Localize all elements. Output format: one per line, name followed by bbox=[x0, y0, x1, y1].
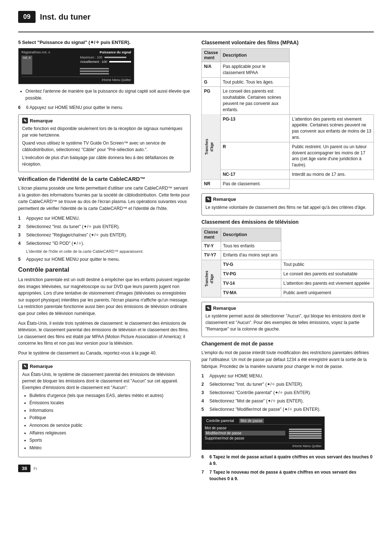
note1-item1: Cette fonction est disponible seulement … bbox=[22, 125, 187, 138]
note2-b3: Informations bbox=[29, 407, 187, 414]
tv-code-14: TV-14 bbox=[221, 279, 281, 288]
cc-step4: 4 Sélectionnez "ID POD" (✦/✧). bbox=[18, 240, 191, 247]
mpaa-code-nr: NR bbox=[202, 179, 221, 189]
parental-para3: Pour le système de classement au Canada,… bbox=[18, 350, 191, 357]
mpaa-code-g: G bbox=[202, 77, 221, 87]
note-icon-1: ✎ bbox=[22, 118, 28, 123]
mpaa-desc-nc17: Interdit au moins de 17 ans. bbox=[290, 170, 374, 179]
screen2-supprimer: Supprimer/mot de passe bbox=[205, 436, 244, 440]
parental-title: Contrôle parental bbox=[18, 266, 191, 274]
tv-desc-pg: Le conseil des parents est souhaitable bbox=[281, 269, 373, 279]
screen2-menu: Mot de passe Modifier/mot de passe Suppr… bbox=[205, 426, 285, 441]
step6-text: 6 Appuyez sur HOME MENU pour quitter le … bbox=[26, 104, 123, 111]
pw-step-text-3: Sélectionnez "Contrôle parental" (✦/✧ pu… bbox=[209, 389, 311, 396]
note-box-2: ✎ Remarque Aux États-Unis, le système de… bbox=[18, 360, 191, 458]
main-content: 5 Select "Puissance du signal" (✦/✧ puis… bbox=[18, 40, 374, 486]
mpaa-row-nr: NR Pas de classement. bbox=[202, 179, 374, 189]
pw-step2: 2 Sélectionnez "Inst. du tuner" (✦/✧ pui… bbox=[201, 381, 374, 388]
note4-item1: Le système permet aussi de sélectionner … bbox=[205, 313, 370, 332]
pw-step1: 1 Appuyez sur HOME MENU. bbox=[201, 373, 374, 379]
tv-code-pg: TV-PG bbox=[221, 269, 281, 279]
tv-row-g: Tranchesd'âge TV-G Tout public bbox=[202, 260, 374, 270]
screen2-tabs: Contrôle parental Mot de passe bbox=[205, 418, 322, 425]
screen2-row1: Mot de passe bbox=[205, 426, 285, 430]
tv-desc-y: Tous les enfants bbox=[221, 241, 281, 251]
note2-b8: Météo bbox=[29, 445, 187, 451]
cc-step-text-4: Sélectionnez "ID POD" (✦/✧). bbox=[26, 240, 84, 247]
note1-item3: L'exécution de plus d'un balayage par câ… bbox=[22, 154, 187, 167]
tv-code-ma: TV-MA bbox=[221, 288, 281, 297]
cc-step-num-3: 3 bbox=[18, 232, 23, 238]
pw-step6: 6 6 Tapez le mot de passe actuel à quatr… bbox=[201, 454, 374, 467]
screen2-mot-de-passe: Mot de passe bbox=[205, 426, 226, 430]
tv-header-row: Classement Description bbox=[202, 228, 374, 241]
note2-b4: Politique bbox=[29, 414, 187, 421]
password-steps: 1 Appuyez sur HOME MENU. 2 Sélectionnez … bbox=[201, 373, 374, 413]
note2-b7: Sports bbox=[29, 437, 187, 444]
mpaa-desc-pg: Le conseil des parents est souhaitable. … bbox=[220, 87, 290, 114]
cc-step5: 5 Appuyez sur HOME MENU pour quitter le … bbox=[18, 256, 191, 263]
note2-item1: Aux États-Unis, le système de classement… bbox=[22, 371, 187, 391]
mpaa-row-nc17: NC-17 Interdit au moins de 17 ans. bbox=[202, 170, 374, 179]
mpaa-code-r: R bbox=[220, 142, 290, 170]
note-header-3: ✎ Remarque bbox=[205, 197, 370, 202]
screen2-bars bbox=[289, 426, 322, 441]
mpaa-side-label: Tranchesd'âge bbox=[202, 114, 221, 179]
mpaa-row-pg13: Tranchesd'âge PG-13 L'attention des pare… bbox=[202, 114, 374, 142]
note-header-2: ✎ Remarque bbox=[22, 364, 187, 369]
note2-b2: Émissions locales bbox=[29, 400, 187, 406]
screen2-modifier: Modifier/mot de passe bbox=[206, 431, 241, 435]
cc-step-text-2: Sélectionnez "Inst. du tuner" (✦/✧ puis … bbox=[26, 223, 120, 230]
screen2-content: Mot de passe Modifier/mot de passe Suppr… bbox=[205, 426, 322, 441]
pw-step4: 4 Sélectionnez "Mot de passe" (✦/✧ puis … bbox=[201, 398, 374, 404]
cc-step-num-1: 1 bbox=[18, 215, 23, 222]
note1-item2: Quand vous utilisez le système TV Guide … bbox=[22, 140, 187, 153]
screen2-tab1: Contrôle parental bbox=[205, 418, 236, 423]
tv-col-class: Classement bbox=[202, 228, 221, 241]
pw-step-text-1: Appuyez sur HOME MENU. bbox=[209, 373, 263, 379]
note-box-4: ✎ Remarque Le système permet aussi de sé… bbox=[201, 302, 374, 337]
screen-mockup-2: Contrôle parental Mot de passe Mot de pa… bbox=[201, 416, 325, 450]
tv-thead: Classement Description bbox=[202, 228, 374, 241]
note2-bullets: Bulletins d'urgence (tels que messages E… bbox=[29, 392, 187, 451]
pw-step-text-5: Sélectionnez "Modifier/mot de passe" (✦/… bbox=[209, 406, 320, 413]
cc-step4-sub: L'identité de l'hôte et celle de la cart… bbox=[26, 248, 143, 255]
step5-label: 5 Select "Puissance du signal" (✦/✧ puis… bbox=[18, 40, 191, 45]
mpaa-desc-na: Pas applicable pour le classement MPAA bbox=[220, 62, 290, 78]
step6-num: 6 bbox=[18, 104, 23, 111]
mpaa-desc-r: Public restreint. Un parent ou un tuteur… bbox=[290, 142, 374, 170]
mpaa-row-r: R Public restreint. Un parent ou un tute… bbox=[202, 142, 374, 170]
page-title: Inst. du tuner bbox=[40, 12, 90, 22]
parental-intro: La restriction parentale est un outil de… bbox=[18, 276, 191, 317]
note-icon-2: ✎ bbox=[22, 364, 28, 369]
cc-step-text-5: Appuyez sur HOME MENU pour quitter le me… bbox=[26, 256, 120, 263]
screen-row-1: Régistrathres Ant. A Puissance du signal bbox=[21, 50, 131, 54]
tv-row-14: TV-14 L'attention des parents est viveme… bbox=[202, 279, 374, 288]
password-title: Changement de mot de passe bbox=[201, 341, 374, 347]
step6-item: 6 6 Appuyez sur HOME MENU pour quitter l… bbox=[18, 104, 191, 111]
note3-item1: Le système volontaire de classement des … bbox=[205, 204, 370, 211]
note-header-1: ✎ Remarque bbox=[22, 118, 187, 123]
tv-code-y: TV-Y bbox=[202, 241, 221, 251]
cc-step3: 3 Sélectionnez "Réglage/chaînes" (✦/✧ pu… bbox=[18, 232, 191, 238]
mpaa-title: Classement volontaire des films (MPAA) bbox=[201, 40, 374, 45]
mpaa-code-pg: PG bbox=[202, 87, 221, 114]
page-lang: Fr bbox=[33, 466, 37, 471]
pw-step7: 7 7 Tapez le nouveau mot de passe à quat… bbox=[201, 469, 374, 482]
note-text-1: Cette fonction est disponible seulement … bbox=[22, 125, 187, 167]
screen-ant-a: Art. A bbox=[21, 56, 32, 74]
tv-desc-g: Tout public bbox=[281, 260, 373, 270]
screen2-tab2: Mot de passe bbox=[239, 418, 264, 423]
tv-table: Classement Description TV-Y Tous les enf… bbox=[201, 228, 374, 298]
left-column: 5 Select "Puissance du signal" (✦/✧ puis… bbox=[18, 40, 191, 486]
mpaa-tbody: N/A Pas applicable pour le classement MP… bbox=[202, 62, 374, 189]
tv-desc-y7: Enfants d'au moins sept ans bbox=[221, 251, 281, 260]
note-header-4: ✎ Remarque bbox=[205, 305, 370, 311]
cc-step-num-2: 2 bbox=[18, 223, 23, 230]
note-text-4: Le système permet aussi de sélectionner … bbox=[205, 313, 370, 332]
page-header: 09 Inst. du tuner bbox=[18, 11, 374, 23]
note-box-1: ✎ Remarque Cette fonction est disponible… bbox=[18, 114, 191, 172]
step6-block: 6 6 Appuyez sur HOME MENU pour quitter l… bbox=[18, 104, 191, 111]
cablecard-title: Vérification de l'identité de la carte C… bbox=[18, 176, 191, 182]
cc-step1: 1 Appuyez sur HOME MENU. bbox=[18, 215, 191, 222]
